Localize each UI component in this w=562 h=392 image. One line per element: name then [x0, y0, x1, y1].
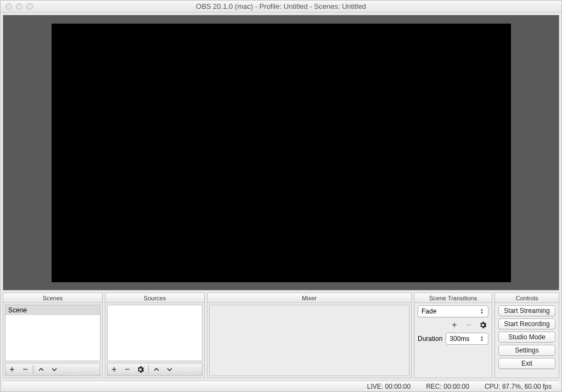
- controls-header: Controls: [495, 293, 559, 303]
- status-live: LIVE: 00:00:00: [367, 383, 411, 390]
- status-rec: REC: 00:00:00: [426, 383, 469, 390]
- mixer-header: Mixer: [207, 293, 411, 303]
- window-traffic-lights: [5, 3, 33, 10]
- titlebar: OBS 20.1.0 (mac) - Profile: Untitled - S…: [1, 1, 561, 13]
- exit-button[interactable]: Exit: [498, 358, 555, 369]
- chevron-down-icon[interactable]: [163, 363, 176, 376]
- preview-area: [3, 15, 559, 290]
- plus-icon[interactable]: +: [5, 363, 19, 376]
- status-bar: LIVE: 00:00:00 REC: 00:00:00 CPU: 87.7%,…: [3, 380, 559, 391]
- minus-icon[interactable]: −: [464, 321, 473, 329]
- duration-stepper-icon[interactable]: ▲▼: [479, 335, 485, 342]
- transition-icon-row: + −: [418, 321, 488, 329]
- scenes-panel: Scenes Scene + −: [3, 293, 103, 378]
- mixer-body: [209, 305, 409, 376]
- app-window: OBS 20.1.0 (mac) - Profile: Untitled - S…: [0, 0, 562, 392]
- duration-label: Duration: [418, 335, 442, 343]
- plus-icon[interactable]: +: [450, 321, 459, 329]
- sources-header: Sources: [105, 293, 204, 303]
- settings-button[interactable]: Settings: [498, 345, 555, 356]
- transition-select[interactable]: Fade ▲▼: [418, 305, 488, 317]
- scenes-list[interactable]: Scene: [5, 305, 100, 361]
- chevron-up-icon[interactable]: [150, 363, 163, 376]
- scenes-header: Scenes: [3, 293, 102, 303]
- sources-list[interactable]: [107, 305, 203, 361]
- toolbar-separator: [33, 365, 33, 374]
- scene-transitions-panel: Scene Transitions Fade ▲▼ + − Duration 3: [414, 293, 492, 378]
- sources-toolbar: + −: [107, 363, 203, 376]
- minus-icon[interactable]: −: [121, 363, 134, 376]
- toolbar-separator: [148, 365, 149, 374]
- transition-duration-row: Duration 300ms ▲▼: [418, 333, 488, 345]
- gear-icon[interactable]: [479, 321, 487, 329]
- duration-input[interactable]: 300ms ▲▼: [446, 333, 488, 345]
- chevron-up-icon[interactable]: [35, 363, 48, 376]
- bottom-panels: Scenes Scene + −: [3, 293, 559, 378]
- preview-canvas[interactable]: [52, 24, 511, 282]
- minus-icon[interactable]: −: [19, 363, 32, 376]
- duration-value: 300ms: [449, 335, 469, 343]
- status-cpu: CPU: 87.7%, 60.00 fps: [485, 383, 552, 390]
- start-recording-button[interactable]: Start Recording: [498, 318, 555, 329]
- chevron-down-icon[interactable]: [48, 363, 61, 376]
- gear-icon[interactable]: [134, 363, 147, 376]
- minimize-window-button[interactable]: [16, 3, 23, 10]
- close-window-button[interactable]: [5, 3, 12, 10]
- plus-icon[interactable]: +: [108, 363, 121, 376]
- start-streaming-button[interactable]: Start Streaming: [498, 305, 555, 316]
- controls-panel: Controls Start Streaming Start Recording…: [494, 293, 559, 378]
- window-title: OBS 20.1.0 (mac) - Profile: Untitled - S…: [1, 2, 561, 10]
- select-stepper-icon: ▲▼: [479, 308, 485, 315]
- scene-transitions-header: Scene Transitions: [414, 293, 492, 303]
- mixer-panel: Mixer: [207, 293, 412, 378]
- scene-item[interactable]: Scene: [5, 305, 100, 315]
- studio-mode-button[interactable]: Studio Mode: [498, 332, 555, 343]
- sources-panel: Sources + −: [105, 293, 205, 378]
- scenes-toolbar: + −: [5, 363, 100, 376]
- transition-select-value: Fade: [422, 307, 436, 315]
- zoom-window-button[interactable]: [26, 3, 33, 10]
